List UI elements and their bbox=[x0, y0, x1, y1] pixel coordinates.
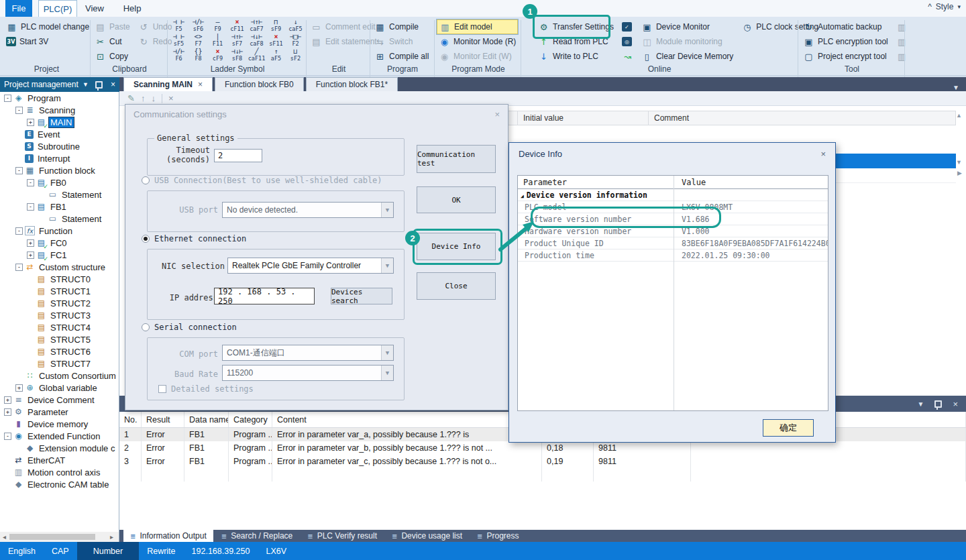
edit-statement-button[interactable]: ▤Edit statement bbox=[309, 34, 379, 49]
comment-edit-button[interactable]: ▭Comment edit bbox=[309, 19, 379, 34]
status-english[interactable]: English bbox=[0, 542, 44, 560]
tree-item-ethercat[interactable]: +⇄EtherCAT bbox=[0, 454, 119, 466]
encrypt-report-button[interactable]: ▥ bbox=[894, 34, 910, 49]
sidebar-hscrollbar[interactable]: ◂ ▸ bbox=[0, 532, 119, 542]
ladder-symbol-F2[interactable]: ⊣□⊢F2 bbox=[286, 33, 305, 48]
pin-icon[interactable] bbox=[95, 81, 103, 89]
timeout-input[interactable]: 2 bbox=[214, 149, 262, 162]
bottom-tab-progress[interactable]: ≣Progress bbox=[470, 530, 525, 542]
ladder-symbol-sF2[interactable]: ⊔sF2 bbox=[286, 48, 305, 62]
tree-item-parameter[interactable]: +⚙Parameter bbox=[0, 406, 119, 418]
ethernet-connection-radio[interactable]: Ethernet connection bbox=[142, 234, 246, 243]
redo-button[interactable]: ↻Redo bbox=[136, 34, 174, 49]
start-3v-button[interactable]: 3VStart 3V bbox=[4, 34, 91, 49]
tab-file[interactable]: File bbox=[5, 0, 32, 17]
compile-button[interactable]: ▦Compile bbox=[372, 19, 431, 34]
expand-icon[interactable]: + bbox=[15, 384, 23, 392]
tree-item-struct5[interactable]: +▤STRUCT5 bbox=[0, 333, 119, 345]
expand-icon[interactable]: + bbox=[27, 239, 34, 247]
tab-view[interactable]: View bbox=[82, 0, 107, 17]
scroll-right-icon[interactable]: ▶ bbox=[957, 170, 962, 176]
status-rewrite[interactable]: Rewrite bbox=[139, 542, 183, 560]
expand-icon[interactable]: + bbox=[4, 396, 11, 404]
backup-report-button[interactable]: ▥ bbox=[894, 19, 910, 34]
tree-item-interrupt[interactable]: +IInterrupt bbox=[0, 152, 119, 164]
close-icon[interactable]: × bbox=[820, 149, 826, 159]
tree-item-fb0[interactable]: -▤✓FB0 bbox=[0, 176, 119, 188]
collapse-icon[interactable]: - bbox=[27, 179, 34, 186]
tree-item-custom-structure[interactable]: -⇄Custom structure bbox=[0, 261, 119, 273]
module-monitoring-button[interactable]: ◫Module monitoring bbox=[639, 34, 735, 49]
communication-test-button[interactable]: Communication test bbox=[417, 145, 496, 173]
ladder-symbol-sF11[interactable]: ×sF11 bbox=[266, 33, 286, 48]
tree-item-device-memory[interactable]: +▮Device memory bbox=[0, 418, 119, 430]
tree-item-struct1[interactable]: +▤STRUCT1 bbox=[0, 285, 119, 297]
ladder-symbol-caF7[interactable]: ⊣↑⊢caF7 bbox=[247, 18, 266, 33]
collapse-icon[interactable]: - bbox=[27, 203, 34, 211]
move-up-icon[interactable]: ↑ bbox=[141, 93, 146, 103]
plc-verify-button[interactable]: ✓ bbox=[620, 19, 635, 34]
usb-port-dropdown[interactable]: No device detected.▼ bbox=[222, 202, 394, 218]
compile-all-button[interactable]: ⊞Compile all bbox=[372, 49, 431, 64]
scrollbar-thumb[interactable] bbox=[9, 534, 95, 540]
ladder-symbol-sF7[interactable]: ⊣↑⊢sF7 bbox=[227, 33, 247, 48]
signal-button[interactable]: ↝ bbox=[620, 49, 635, 64]
ladder-symbol-caF11[interactable]: ╱caF11 bbox=[247, 48, 266, 62]
nic-selection-dropdown[interactable]: Realtek PCIe GbE Family Controller▼ bbox=[227, 258, 394, 274]
ladder-symbol-aF5[interactable]: ↑aF5 bbox=[266, 48, 286, 62]
tree-item-device-comment[interactable]: +≡Device Comment bbox=[0, 394, 119, 406]
scroll-up-icon[interactable]: ▲ bbox=[956, 112, 962, 119]
tree-item-subroutine[interactable]: +SSubroutine bbox=[0, 140, 119, 152]
ladder-symbol-caF8[interactable]: ⊣↓⊢caF8 bbox=[247, 33, 266, 48]
doc-tab-scanning-main[interactable]: Scanning MAIN× bbox=[123, 77, 213, 91]
clear-device-memory-button[interactable]: ▯Clear Device Memory bbox=[639, 49, 735, 64]
error-row-empty[interactable] bbox=[119, 468, 966, 482]
tree-item-extension-module-c[interactable]: +◆Extension module c bbox=[0, 442, 119, 454]
undo-button[interactable]: ↺Undo bbox=[136, 19, 174, 34]
tree-item-global-variable[interactable]: +⊕Global variable bbox=[0, 382, 119, 394]
close-icon[interactable]: × bbox=[953, 399, 958, 409]
status-number[interactable]: Number bbox=[77, 542, 139, 560]
tree-item-fc1[interactable]: +▤✓FC1 bbox=[0, 249, 119, 261]
ladder-symbol-sF6[interactable]: ⊣/⊢sF6 bbox=[189, 18, 208, 33]
doc-tab-function-block-fb0[interactable]: Function block FB0 bbox=[215, 77, 304, 91]
ladder-symbol-sF5[interactable]: ⊣ ⊢sF5 bbox=[169, 33, 189, 48]
project-encrypt-tool-button[interactable]: ▢Project encrypt tool bbox=[801, 49, 890, 64]
bottom-tab-search-replace[interactable]: ≣Search / Replace bbox=[215, 530, 299, 542]
monitor-mode-r-button[interactable]: ◉Monitor Mode (R) bbox=[437, 34, 518, 49]
collapse-icon[interactable]: - bbox=[4, 95, 11, 102]
tree-item-fb1[interactable]: -▤FB1 bbox=[0, 201, 119, 213]
baud-rate-dropdown[interactable]: 115200▼ bbox=[222, 365, 394, 381]
tree-item-struct4[interactable]: +▤STRUCT4 bbox=[0, 321, 119, 333]
expand-icon[interactable]: + bbox=[27, 251, 34, 259]
ok-button[interactable]: OK bbox=[417, 186, 496, 213]
scroll-right-icon[interactable]: ▸ bbox=[110, 533, 113, 541]
expand-icon[interactable]: + bbox=[27, 119, 34, 126]
tree-item-electronic-cam-table[interactable]: +◆Electronic CAM table bbox=[0, 478, 119, 490]
ladder-symbol-F7[interactable]: <>F7 bbox=[189, 33, 208, 48]
tree-item-function-block[interactable]: -▦Function block bbox=[0, 164, 119, 176]
tree-item-extended-function[interactable]: -◉Extended Function bbox=[0, 430, 119, 442]
tree-item-struct3[interactable]: +▤STRUCT3 bbox=[0, 309, 119, 321]
ladder-symbol-F9[interactable]: —F9 bbox=[208, 18, 227, 33]
error-row-3[interactable]: 3ErrorFB1Program ...Error in parameter v… bbox=[119, 455, 966, 468]
error-row-2[interactable]: 2ErrorFB1Program ...Error in parameter v… bbox=[119, 441, 966, 455]
tab-help[interactable]: Help bbox=[119, 0, 145, 17]
status-192-168-39-250[interactable]: 192.168.39.250 bbox=[184, 542, 258, 560]
devices-search-button[interactable]: Devices search bbox=[331, 288, 392, 304]
edit-model-button[interactable]: ▥Edit model bbox=[437, 19, 518, 34]
ladder-symbol-caF5[interactable]: ↓caF5 bbox=[286, 18, 305, 33]
tree-item-statement[interactable]: +▭Statement bbox=[0, 213, 119, 225]
tree-item-function[interactable]: -fxFunction bbox=[0, 225, 119, 237]
doc-tab-function-block-fb1[interactable]: Function block FB1* bbox=[306, 77, 398, 91]
transfer-settings-button[interactable]: ⚙Transfer Settings bbox=[536, 19, 616, 34]
bottom-tab-plc-verify-result[interactable]: ≣PLC Verify result bbox=[301, 530, 384, 542]
tree-item-main[interactable]: +▤✓MAIN bbox=[0, 116, 119, 128]
ladder-symbol-cF11[interactable]: ×cF11 bbox=[227, 18, 247, 33]
ladder-symbol-F5[interactable]: ⊣ ⊢F5 bbox=[169, 18, 189, 33]
ip-address-input[interactable]: 192 . 168 . 53 . 250 bbox=[214, 288, 315, 304]
tree-item-custom-consortium[interactable]: +∷Custom Consortium bbox=[0, 370, 119, 382]
collapse-icon[interactable]: - bbox=[15, 167, 23, 174]
status-lx6v[interactable]: LX6V bbox=[258, 542, 294, 560]
pin-icon[interactable] bbox=[934, 400, 942, 408]
